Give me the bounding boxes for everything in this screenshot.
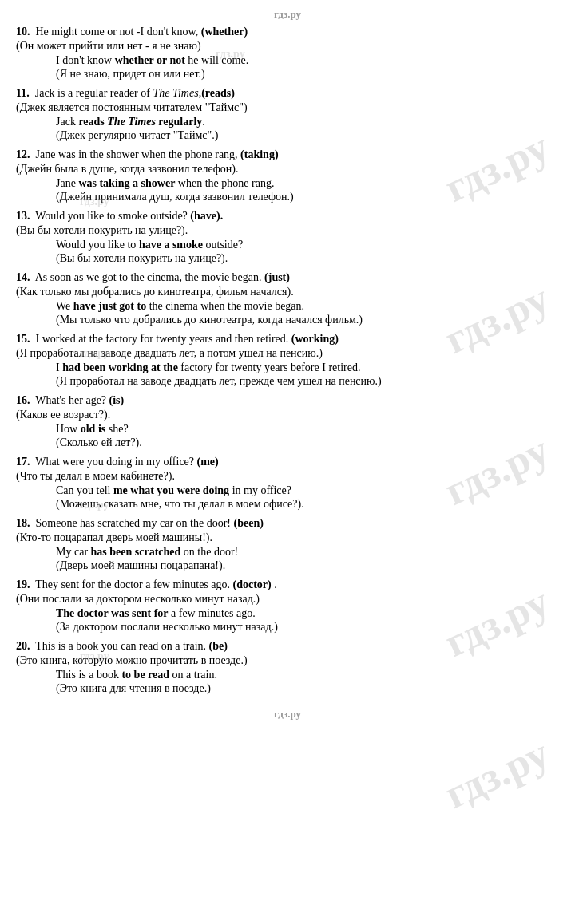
entry-12-answer: Jane was taking a shower when the phone …: [56, 177, 559, 190]
entry-13-main: 13. Would you like to smoke outside? (ha…: [16, 210, 559, 223]
entry-11-main: 11. Jack is a regular reader of The Time…: [16, 87, 559, 100]
entry-16-answer-translation: (Сколько ей лет?).: [56, 436, 559, 449]
entry-18-answer-translation: (Дверь моей машины поцарапана!).: [56, 559, 559, 572]
entry-15-main: 15. I worked at the factory for twenty y…: [16, 333, 559, 346]
entry-12: 12. Jane was in the shower when the phon…: [16, 148, 559, 203]
entry-10-answer-translation: (Я не знаю, придет он или нет.): [56, 68, 559, 81]
entry-17: 17. What were you doing in my office? (m…: [16, 456, 559, 511]
entry-17-answer-translation: (Можешь сказать мне, что ты делал в моем…: [56, 498, 559, 511]
entry-18: 18. Someone has scratched my car on the …: [16, 517, 559, 572]
entry-13-translation-main: (Вы бы хотели покурить на улице?).: [16, 224, 559, 237]
entry-19-translation-main: (Они послали за доктором несколько минут…: [16, 593, 559, 606]
entry-11: 11. Jack is a regular reader of The Time…: [16, 87, 559, 142]
entry-13: 13. Would you like to smoke outside? (ha…: [16, 210, 559, 265]
entry-14-main: 14. As soon as we got to the cinema, the…: [16, 271, 559, 284]
entry-16: 16. What's her age? (is) (Каков ее возра…: [16, 394, 559, 449]
entry-10-answer: I don't know whether or not he will come…: [56, 54, 559, 67]
entry-14-translation-main: (Как только мы добрались до кинотеатра, …: [16, 286, 559, 298]
entry-15-answer-translation: (Я проработал на заводе двадцать лет, пр…: [56, 375, 559, 388]
entry-15: 15. I worked at the factory for twenty y…: [16, 333, 559, 388]
entry-14-answer-translation: (Мы только что добрались до кинотеатра, …: [56, 314, 559, 326]
entry-18-answer: My car has been scratched on the door!: [56, 546, 559, 559]
entry-11-answer-translation: (Джек регулярно читает "Таймс".): [56, 129, 559, 142]
entry-13-answer: Would you like to have a smoke outside?: [56, 239, 559, 251]
entry-14: 14. As soon as we got to the cinema, the…: [16, 271, 559, 326]
entry-15-translation-main: (Я проработал на заводе двадцать лет, а …: [16, 347, 559, 360]
entry-20: 20. This is a book you can read on a tra…: [16, 640, 559, 695]
entry-17-translation-main: (Что ты делал в моем кабинете?).: [16, 470, 559, 483]
entry-17-main: 17. What were you doing in my office? (m…: [16, 456, 559, 468]
entry-10-main: 10. He might come or not -I don't know, …: [16, 26, 559, 38]
entry-10-translation-main: (Он может прийти или нет - я не знаю): [16, 40, 559, 53]
entry-20-answer: This is a book to be read on a train.: [56, 669, 559, 681]
entry-12-translation-main: (Джейн была в душе, когда зазвонил телеф…: [16, 163, 559, 176]
entry-19-main: 19. They sent for the doctor a few minut…: [16, 578, 559, 591]
entry-15-answer: I had been working at the factory for tw…: [56, 361, 559, 374]
entry-16-main: 16. What's her age? (is): [16, 394, 559, 407]
entry-20-translation-main: (Это книга, которую можно прочитать в по…: [16, 654, 559, 667]
entry-18-main: 18. Someone has scratched my car on the …: [16, 517, 559, 530]
entry-12-main: 12. Jane was in the shower when the phon…: [16, 148, 559, 161]
watermark-bottom: гдз.ру: [16, 708, 559, 721]
entry-16-translation-main: (Каков ее возраст?).: [16, 409, 559, 421]
watermark-top: гдз.ру: [16, 8, 559, 21]
entry-12-answer-translation: (Джейн принимала душ, когда зазвонил тел…: [56, 191, 559, 203]
entry-20-main: 20. This is a book you can read on a tra…: [16, 640, 559, 653]
entry-10: 10. He might come or not -I don't know, …: [16, 26, 559, 81]
entry-17-answer: Can you tell me what you were doing in m…: [56, 484, 559, 497]
entry-19: 19. They sent for the doctor a few minut…: [16, 578, 559, 634]
entry-19-answer-translation: (За доктором послали несколько минут наз…: [56, 621, 559, 634]
entry-10-number: 10. He might come or not -I don't know, …: [16, 26, 248, 38]
entry-20-answer-translation: (Это книга для чтения в поезде.): [56, 682, 559, 695]
entry-14-answer: We have just got to the cinema when the …: [56, 300, 559, 313]
watermark-large-5: гдз.ру: [438, 729, 556, 818]
entry-18-translation-main: (Кто-то поцарапал дверь моей машины!).: [16, 531, 559, 544]
entry-13-answer-translation: (Вы бы хотели покурить на улице?).: [56, 252, 559, 265]
entry-19-answer: The doctor was sent for a few minutes ag…: [56, 607, 559, 620]
entry-11-answer: Jack reads The Times regularly.: [56, 116, 559, 128]
entry-16-answer: How old is she?: [56, 423, 559, 436]
entry-11-translation-main: (Джек является постоянным читателем "Тай…: [16, 101, 559, 114]
